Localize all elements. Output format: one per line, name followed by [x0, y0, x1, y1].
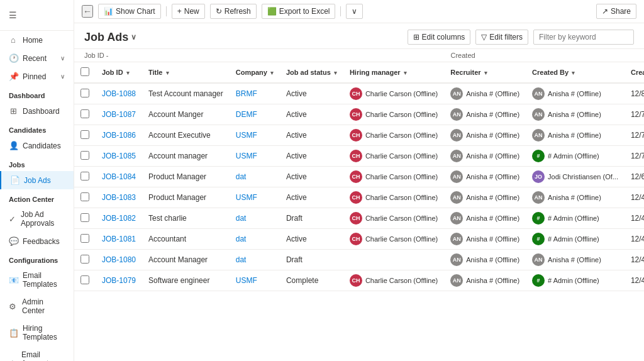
- job-id-link[interactable]: JOB-1082: [102, 214, 136, 223]
- row-checkbox[interactable]: [80, 275, 89, 284]
- export-label: Export to Excel: [279, 7, 330, 16]
- table-row: JOB-1088Test Account managerBRMFActiveCH…: [74, 83, 644, 104]
- job-id-link[interactable]: JOB-1081: [102, 235, 136, 243]
- edit-columns-button[interactable]: ⊞ Edit columns: [408, 30, 471, 45]
- hiring-manager-name: Charlie Carson (Offline): [365, 235, 438, 243]
- col-header-job-id[interactable]: Job ID ▾: [96, 62, 142, 83]
- job-id-link[interactable]: JOB-1080: [102, 255, 136, 264]
- col-header-status[interactable]: Job ad status ▾: [280, 62, 343, 83]
- row-checkbox[interactable]: [80, 89, 89, 97]
- avatar: AN: [450, 108, 463, 121]
- select-all-header[interactable]: [74, 62, 96, 83]
- job-id-link[interactable]: JOB-1088: [102, 89, 136, 98]
- company-link[interactable]: dat: [236, 235, 247, 243]
- col-header-recruiter[interactable]: Recruiter ▾: [444, 62, 526, 83]
- pin-icon: 📌: [9, 72, 18, 81]
- col-header-title[interactable]: Title ▾: [142, 62, 230, 83]
- job-id-link[interactable]: JOB-1083: [102, 193, 136, 202]
- show-chart-button[interactable]: 📊 Show Chart: [98, 4, 161, 19]
- edit-filters-button[interactable]: ▽ Edit filters: [475, 30, 528, 45]
- job-id-link[interactable]: JOB-1084: [102, 172, 136, 181]
- section-header-candidates: Candidates: [0, 120, 74, 136]
- sidebar-item-admin-center[interactable]: ⚙ Admin Center: [0, 293, 74, 319]
- job-title-cell: Software engineer: [142, 270, 230, 291]
- avatar: AN: [450, 150, 463, 162]
- company-link[interactable]: USMF: [236, 276, 257, 285]
- sidebar-item-job-approvals[interactable]: ✓ Job Ad Approvals: [0, 206, 74, 232]
- sidebar-item-label: Home: [23, 36, 43, 45]
- recruiter-cell: ANAnisha # (Offline): [450, 212, 519, 225]
- table-row: JOB-1085Account managerUSMFActiveCHCharl…: [74, 146, 644, 167]
- refresh-label: Refresh: [225, 7, 251, 16]
- share-button[interactable]: ↗ Share: [596, 4, 636, 19]
- company-link[interactable]: dat: [236, 255, 247, 264]
- row-checkbox[interactable]: [80, 109, 89, 118]
- hamburger-icon: ☰: [9, 10, 17, 20]
- back-button[interactable]: ←: [82, 5, 93, 18]
- edit-filters-label: Edit filters: [489, 33, 523, 42]
- company-link[interactable]: dat: [236, 172, 247, 181]
- company-link[interactable]: BRMF: [236, 89, 257, 98]
- job-title-cell: Account Manager: [142, 250, 230, 270]
- company-link[interactable]: USMF: [236, 193, 257, 202]
- recruiter-cell: ANAnisha # (Offline): [450, 129, 519, 142]
- job-id-link[interactable]: JOB-1085: [102, 152, 136, 160]
- col-header-hiring-manager[interactable]: Hiring manager ▾: [343, 62, 444, 83]
- new-button[interactable]: + New: [172, 4, 205, 19]
- job-id-link[interactable]: JOB-1086: [102, 131, 136, 140]
- job-id-link[interactable]: JOB-1079: [102, 276, 136, 285]
- sidebar-item-email-accounts[interactable]: ⚙ Email Accounts Confi...: [0, 346, 74, 361]
- hiring-manager-cell: CHCharlie Carson (Offline): [350, 87, 438, 100]
- sidebar-item-feedbacks[interactable]: 💬 Feedbacks: [0, 232, 74, 250]
- avatar: CH: [350, 212, 362, 225]
- chevron-down-icon: ∨: [60, 73, 65, 80]
- sort-icon-recruiter: ▾: [484, 70, 487, 76]
- hiring-manager-cell: CHCharlie Carson (Offline): [350, 129, 438, 142]
- row-checkbox[interactable]: [80, 255, 89, 264]
- company-link[interactable]: USMF: [236, 152, 257, 160]
- main-content: ← 📊 Show Chart + New ↻ Refresh 🟩 Export …: [74, 0, 644, 361]
- col-header-created-on[interactable]: Created On ↓: [625, 62, 644, 83]
- search-input[interactable]: [533, 30, 634, 45]
- sidebar-item-email-templates[interactable]: 📧 Email Templates: [0, 267, 74, 293]
- refresh-button[interactable]: ↻ Refresh: [210, 4, 257, 19]
- col-header-created-by[interactable]: Created By ▾: [526, 62, 625, 83]
- section-header-configurations: Configurations: [0, 250, 74, 267]
- company-link[interactable]: DEMF: [236, 110, 257, 119]
- job-id-link[interactable]: JOB-1087: [102, 110, 136, 119]
- created-by-name: # Admin (Offline): [548, 152, 599, 160]
- avatar: AN: [532, 108, 545, 121]
- avatar: AN: [532, 191, 545, 204]
- sidebar-item-pinned[interactable]: 📌 Pinned ∨: [0, 67, 74, 86]
- row-checkbox[interactable]: [80, 234, 89, 243]
- sidebar-item-dashboard[interactable]: ⊞ Dashboard: [0, 102, 74, 120]
- sidebar-item-job-ads[interactable]: 📄 Job Ads: [0, 171, 74, 189]
- row-checkbox[interactable]: [80, 172, 89, 181]
- row-checkbox[interactable]: [80, 192, 89, 201]
- recruiter-name: Anisha # (Offline): [466, 152, 519, 160]
- company-link[interactable]: USMF: [236, 131, 257, 140]
- sidebar-item-recent[interactable]: 🕐 Recent ∨: [0, 49, 74, 67]
- recruiter-cell: ANAnisha # (Offline): [450, 274, 519, 287]
- row-checkbox[interactable]: [80, 151, 89, 160]
- refresh-icon: ↻: [216, 7, 222, 16]
- page-title-chevron-icon[interactable]: ∨: [131, 33, 136, 42]
- recruiter-name: Anisha # (Offline): [466, 111, 519, 118]
- sidebar-item-home[interactable]: ⌂ Home: [0, 31, 74, 49]
- row-checkbox[interactable]: [80, 130, 89, 139]
- hamburger-menu[interactable]: ☰: [0, 5, 74, 25]
- row-checkbox[interactable]: [80, 213, 89, 222]
- job-title-cell: Test Account manager: [142, 83, 230, 104]
- col-header-company[interactable]: Company ▾: [230, 62, 280, 83]
- status-cell: Active: [280, 167, 343, 187]
- company-link[interactable]: dat: [236, 214, 247, 223]
- avatar: AN: [450, 170, 463, 183]
- sidebar-item-hiring-templates[interactable]: 📋 Hiring Templates: [0, 319, 74, 346]
- export-button[interactable]: 🟩 Export to Excel: [262, 4, 336, 19]
- avatar: CH: [350, 108, 362, 121]
- more-options-button[interactable]: ∨: [346, 4, 363, 19]
- sidebar-item-candidates[interactable]: 👤 Candidates: [0, 136, 74, 155]
- select-all-checkbox[interactable]: [80, 67, 89, 76]
- avatar: JO: [532, 170, 545, 183]
- created-on-cell: 12/8/2023 10:22 AM: [625, 83, 644, 104]
